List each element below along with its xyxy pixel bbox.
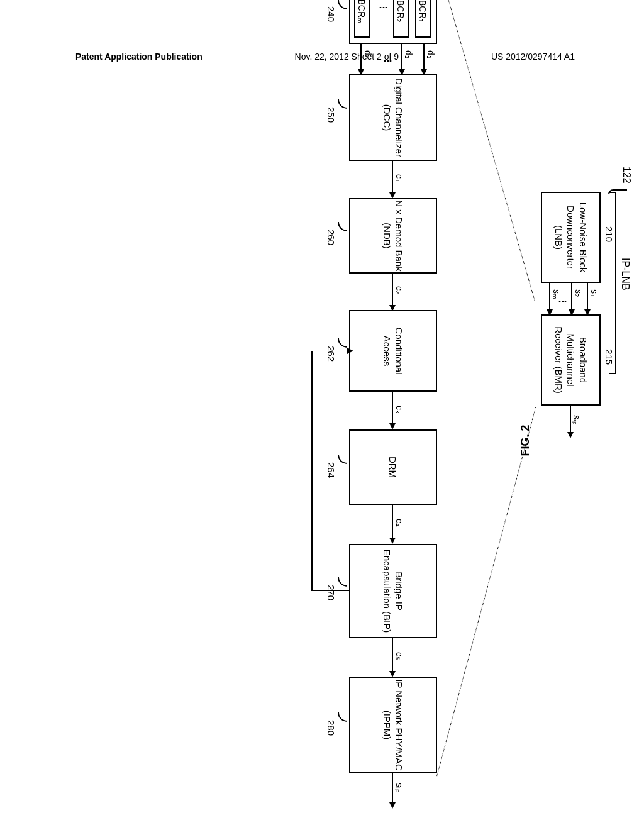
- label-c3: c₃: [394, 406, 404, 414]
- ref-num-260: 260: [326, 230, 336, 245]
- ca-block: Conditional Access: [349, 310, 437, 392]
- arc-260: [338, 222, 347, 231]
- ndb-block: N x Demod Bank (NDB): [349, 198, 437, 274]
- arrow-s1-top: [587, 283, 588, 314]
- label-c4: c₄: [394, 519, 404, 527]
- fbcr-vdots: ⋮: [379, 3, 389, 12]
- arrow-c2: [392, 274, 393, 310]
- fbcr2-block: FBCR₂: [393, 0, 409, 38]
- label-sm-top: sₘ: [552, 289, 562, 299]
- arc-280: [338, 712, 347, 722]
- arrow-c1: [392, 161, 393, 197]
- label-c2: c₂: [394, 286, 404, 294]
- drm-block: DRM: [349, 429, 437, 505]
- feedback-line: [311, 351, 349, 591]
- label-s2-top: s₂: [574, 289, 584, 297]
- label-c5: c₅: [394, 652, 404, 660]
- label-sip-top: sᵢₚ: [572, 415, 582, 425]
- arrow-c5: [392, 638, 393, 676]
- top-bracket: [609, 192, 616, 374]
- page-header: Patent Application Publication Nov. 22, …: [0, 52, 644, 62]
- figure-label: FIG. 2: [519, 424, 532, 456]
- arrow-d1: [423, 44, 425, 74]
- arrow-sip-out: [392, 773, 393, 807]
- arrow-c3: [392, 392, 393, 428]
- ref-num-215: 215: [604, 349, 614, 365]
- fbcr1-block: FBCR₁: [415, 0, 431, 38]
- fbcrm-block: FBCRₘ: [354, 0, 370, 38]
- arrow-d2: [401, 44, 402, 74]
- arrow-c4: [392, 505, 393, 543]
- arrow-dm: [360, 44, 362, 74]
- dcc-block: Digital Channelizer (DCC): [349, 74, 437, 161]
- bmr-block: Broadband Multichannel Receiver (BMR): [541, 314, 601, 406]
- main-diagram: 122 IP-LNB 210 Low-Noise Block Downconve…: [3, 173, 601, 626]
- fbcr-container: FBCR₁ FBCR₂ ⋮ FBCRₘ: [349, 0, 437, 44]
- ref-num-280: 280: [326, 720, 336, 736]
- arc-240: [338, 0, 347, 9]
- arrow-s2-top: [571, 283, 572, 314]
- ref-num-250: 250: [326, 107, 336, 123]
- label-d2: d₂: [404, 50, 414, 59]
- label-sip-out: sᵢₚ: [394, 783, 404, 793]
- header-right: US 2012/0297414 A1: [491, 52, 575, 62]
- ref-num-122: 122: [621, 167, 632, 184]
- label-s1-top: s₁: [589, 289, 599, 297]
- label-dm: dₘ: [363, 50, 373, 61]
- bip-block: Bridge IP Encapsulation (BIP): [349, 544, 437, 638]
- label-c1: c₁: [394, 174, 404, 182]
- ref-num-210: 210: [604, 226, 614, 242]
- vdots-d: ⋮: [383, 57, 393, 65]
- dotted-line-left: [443, 0, 535, 302]
- ip-lnb-label: IP-LNB: [619, 258, 631, 290]
- arc-262: [338, 338, 347, 348]
- ippm-block: IP Network PHY/MAC (IPPM): [349, 677, 437, 773]
- label-d1: d₁: [426, 50, 436, 59]
- arrow-sip-top: [570, 406, 571, 437]
- dotted-line-right: [436, 406, 536, 776]
- ref-num-240: 240: [326, 6, 336, 22]
- header-left: Patent Application Publication: [75, 52, 203, 62]
- lnb-block: Low-Noise Block Downconverter (LNB): [541, 192, 601, 283]
- arrow-sm-top: [549, 283, 550, 314]
- arc-250: [338, 99, 347, 109]
